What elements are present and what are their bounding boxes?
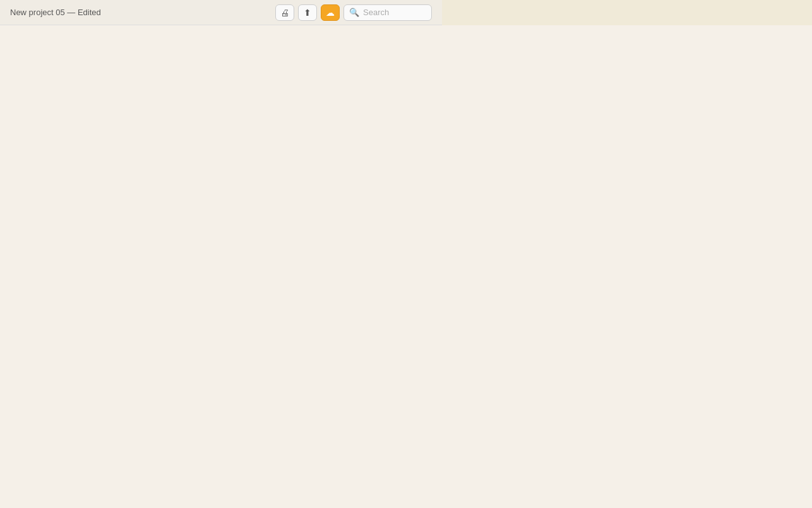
print-button[interactable]: 🖨 bbox=[275, 4, 294, 21]
project-title: New project 05 — Edited bbox=[10, 8, 268, 17]
search-icon: 🔍 bbox=[349, 8, 359, 17]
search-bar[interactable]: 🔍 Search bbox=[343, 4, 432, 21]
top-bar: New project 05 — Edited 🖨 ⬆ ☁ 🔍 Search bbox=[0, 0, 442, 25]
share-button[interactable]: ⬆ bbox=[298, 4, 317, 21]
search-label: Search bbox=[363, 8, 389, 17]
toolbar-icons: 🖨 ⬆ ☁ 🔍 Search bbox=[275, 4, 432, 21]
upload-button[interactable]: ☁ bbox=[321, 4, 340, 21]
